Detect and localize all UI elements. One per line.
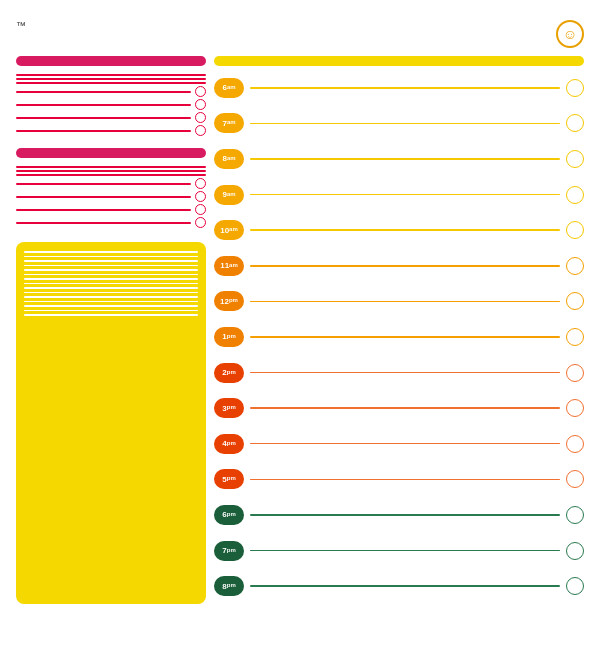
contact-bar-3 — [16, 174, 206, 176]
do-task-line-4[interactable] — [16, 86, 206, 97]
schedule-row-8pm: 8pm — [214, 568, 584, 604]
do-bar-1 — [16, 74, 206, 76]
schedule-checkbox-5pm[interactable] — [566, 470, 584, 488]
schedule-checkbox-7pm[interactable] — [566, 542, 584, 560]
schedule-row-8am: 8am — [214, 141, 584, 177]
schedule-row-6pm: 6pm — [214, 497, 584, 533]
schedule-checkbox-10am[interactable] — [566, 221, 584, 239]
do-task-line-3 — [16, 82, 206, 84]
contact-bar-2 — [16, 170, 206, 172]
schedule-checkbox-6am[interactable] — [566, 79, 584, 97]
time-bubble-5pm: 5pm — [214, 469, 244, 489]
header-brand: ™ — [16, 18, 26, 42]
do-bar-7 — [16, 130, 191, 132]
schedule-checkbox-8am[interactable] — [566, 150, 584, 168]
notes-box — [16, 242, 206, 604]
notes-line-10 — [24, 292, 198, 294]
schedule-checkbox-12pm[interactable] — [566, 292, 584, 310]
time-bubble-11am: 11am — [214, 256, 244, 276]
do-task-line-7[interactable] — [16, 125, 206, 136]
contact-checkbox-1[interactable] — [195, 178, 206, 189]
schedule-row-10am: 10am — [214, 212, 584, 248]
schedule-checkbox-2pm[interactable] — [566, 364, 584, 382]
contact-task-line-5[interactable] — [16, 191, 206, 202]
notes-line-8 — [24, 283, 198, 285]
schedule-line-10am — [250, 229, 560, 231]
contact-checkbox-4[interactable] — [195, 217, 206, 228]
time-bubble-6pm: 6pm — [214, 505, 244, 525]
contact-bar-1 — [16, 166, 206, 168]
schedule-line-5pm — [250, 479, 560, 481]
do-checkbox-1[interactable] — [195, 86, 206, 97]
contact-bar-5 — [16, 196, 191, 198]
notes-line-6 — [24, 274, 198, 276]
time-bubble-7pm: 7pm — [214, 541, 244, 561]
schedule-row-3pm: 3pm — [214, 390, 584, 426]
schedule-checkbox-8pm[interactable] — [566, 577, 584, 595]
logo-icon: ☺ — [556, 20, 584, 48]
contact-checkbox-3[interactable] — [195, 204, 206, 215]
do-checkbox-3[interactable] — [195, 112, 206, 123]
notes-line-5 — [24, 269, 198, 271]
do-checkbox-4[interactable] — [195, 125, 206, 136]
do-task-line-6[interactable] — [16, 112, 206, 123]
notes-line-11 — [24, 296, 198, 298]
schedule-checkbox-6pm[interactable] — [566, 506, 584, 524]
right-column: 6am7am8am9am10am11am12pm1pm2pm3pm4pm5pm6… — [214, 56, 584, 604]
notes-line-2 — [24, 256, 198, 258]
schedule-line-4pm — [250, 443, 560, 445]
schedule-line-1pm — [250, 336, 560, 338]
schedule-row-7am: 7am — [214, 106, 584, 142]
contact-task-lines — [16, 166, 206, 228]
do-bar-4 — [16, 91, 191, 93]
schedule-line-6am — [250, 87, 560, 89]
time-bubble-8am: 8am — [214, 149, 244, 169]
schedule-line-12pm — [250, 301, 560, 303]
contact-task-line-1 — [16, 166, 206, 168]
schedule-row-12pm: 12pm — [214, 284, 584, 320]
schedule-checkbox-1pm[interactable] — [566, 328, 584, 346]
schedule-checkbox-7am[interactable] — [566, 114, 584, 132]
schedule-row-7pm: 7pm — [214, 533, 584, 569]
time-bubble-1pm: 1pm — [214, 327, 244, 347]
schedule-row-1pm: 1pm — [214, 319, 584, 355]
notes-line-3 — [24, 260, 198, 262]
notes-line-13 — [24, 305, 198, 307]
notes-line-7 — [24, 278, 198, 280]
do-checkbox-2[interactable] — [195, 99, 206, 110]
time-bubble-4pm: 4pm — [214, 434, 244, 454]
do-task-line-1 — [16, 74, 206, 76]
time-bubble-10am: 10am — [214, 220, 244, 240]
contact-checkbox-2[interactable] — [195, 191, 206, 202]
contact-bar-7 — [16, 222, 191, 224]
schedule-row-6am: 6am — [214, 70, 584, 106]
schedule-checkbox-9am[interactable] — [566, 186, 584, 204]
time-bubble-3pm: 3pm — [214, 398, 244, 418]
notes-line-14 — [24, 310, 198, 312]
do-bar-5 — [16, 104, 191, 106]
do-task-line-5[interactable] — [16, 99, 206, 110]
schedule-line-7am — [250, 123, 560, 125]
time-bubble-8pm: 8pm — [214, 576, 244, 596]
schedule-checkbox-11am[interactable] — [566, 257, 584, 275]
notes-line-12 — [24, 301, 198, 303]
contact-task-line-7[interactable] — [16, 217, 206, 228]
contact-task-line-4[interactable] — [16, 178, 206, 189]
notes-lines — [24, 251, 198, 599]
contact-task-line-6[interactable] — [16, 204, 206, 215]
notes-line-4 — [24, 265, 198, 267]
contact-bar-4 — [16, 183, 191, 185]
page: ™ ☺ — [0, 0, 600, 648]
time-bubble-2pm: 2pm — [214, 363, 244, 383]
time-bubble-12pm: 12pm — [214, 291, 244, 311]
contact-section-header — [16, 148, 206, 158]
notes-line-15 — [24, 314, 198, 316]
schedule-checkbox-3pm[interactable] — [566, 399, 584, 417]
time-bubble-6am: 6am — [214, 78, 244, 98]
schedule-checkbox-4pm[interactable] — [566, 435, 584, 453]
schedule-list: 6am7am8am9am10am11am12pm1pm2pm3pm4pm5pm6… — [214, 70, 584, 604]
time-bubble-7am: 7am — [214, 113, 244, 133]
schedule-line-11am — [250, 265, 560, 267]
date-bar[interactable] — [214, 56, 584, 66]
schedule-row-9am: 9am — [214, 177, 584, 213]
